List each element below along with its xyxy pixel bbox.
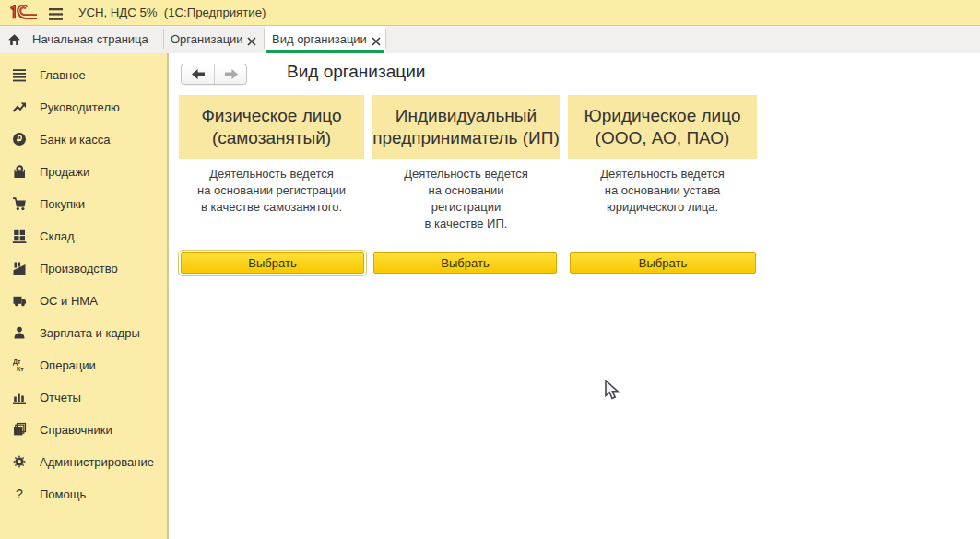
svg-text:?: ?	[16, 486, 23, 501]
svg-text:₽: ₽	[17, 134, 22, 144]
svg-text:Кт: Кт	[17, 366, 24, 372]
svg-text:Дт: Дт	[13, 358, 21, 366]
